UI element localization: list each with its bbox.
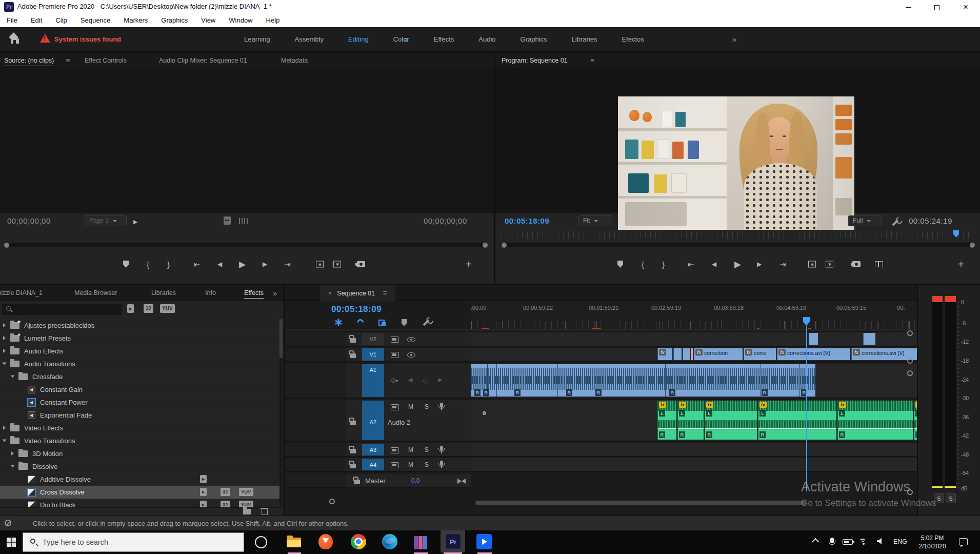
menu-item[interactable]: Graphics <box>154 14 194 27</box>
effects-tree-item[interactable]: Video Effects <box>0 422 279 434</box>
track-lane-a1[interactable]: RRRRRRRR <box>471 364 917 399</box>
mark-out-button[interactable]: } <box>662 261 665 268</box>
minimize-button[interactable] <box>894 0 923 14</box>
effects-tree-item[interactable]: Dip to Black ▸ 32 YUV <box>0 499 279 508</box>
track-lane-a2[interactable]: fx L R fx L R fx L R <box>471 400 917 442</box>
timeline-timecode[interactable]: 00:05:18:09 <box>331 304 382 314</box>
go-to-in-button[interactable]: ⇤ <box>688 261 694 268</box>
audio-clip[interactable]: fx L R <box>657 401 676 440</box>
track-resize-handle[interactable] <box>907 489 913 495</box>
close-tab-icon[interactable]: × <box>328 290 332 297</box>
audio-clip[interactable]: fx L R <box>914 401 917 440</box>
previous-keyframe-icon[interactable]: ◀ <box>408 377 412 383</box>
track-header-a2[interactable]: A2 M S Audio 2 <box>285 400 471 442</box>
panel-tab[interactable]: Metadata <box>281 53 308 68</box>
lock-icon[interactable] <box>350 353 356 358</box>
workspace-tab[interactable]: Audio <box>466 35 508 43</box>
panel-tab[interactable]: Media Browser <box>74 285 117 301</box>
extract-button[interactable] <box>826 261 833 268</box>
effects-tree-item[interactable]: Exponential Fade <box>0 409 279 422</box>
panel-tab[interactable]: Audio Clip Mixer: Sequence 01 <box>159 53 247 68</box>
source-patch-icon[interactable] <box>391 404 399 410</box>
video-clip[interactable]: fx <box>657 348 672 360</box>
linked-selection-icon[interactable] <box>376 317 388 328</box>
next-keyframe-icon[interactable]: ▶ <box>438 377 442 383</box>
chevron-icon[interactable] <box>3 440 7 442</box>
workspace-tab[interactable]: Assembly <box>283 35 336 43</box>
workspace-tab[interactable]: Libraries <box>559 35 610 43</box>
video-clip[interactable] <box>691 348 693 360</box>
zoom-handle-right[interactable] <box>970 243 975 248</box>
volume-keyframe-handle[interactable] <box>483 411 486 415</box>
effects-tree-item[interactable]: Video Transitions <box>0 434 279 447</box>
step-forward-button[interactable]: ▶ <box>263 261 267 267</box>
maximize-button[interactable] <box>923 0 951 14</box>
solo-button-right[interactable]: S <box>946 493 956 503</box>
workspace-tab[interactable]: Graphics <box>508 35 559 43</box>
workspace-tab[interactable]: Efectos <box>609 35 656 43</box>
export-frame-button[interactable] <box>357 261 365 267</box>
export-frame-button[interactable] <box>852 261 861 267</box>
home-icon[interactable] <box>9 34 21 44</box>
panel-menu-icon[interactable]: ≡ <box>383 289 387 297</box>
drag-audio-icon[interactable] <box>239 218 248 224</box>
track-resize-handle[interactable] <box>907 358 913 364</box>
effects-tree-item[interactable]: Audio Transitions <box>0 358 279 370</box>
track-resize-handle[interactable] <box>907 370 913 376</box>
chrome-icon[interactable] <box>351 534 366 549</box>
effects-tree-item[interactable]: Cross Dissolve ▸ 32 YUV <box>0 486 279 499</box>
yuv-effects-filter[interactable]: YUV <box>160 304 175 313</box>
source-patch-icon[interactable] <box>391 337 399 343</box>
chevron-icon[interactable] <box>11 451 14 456</box>
track-badge-a4[interactable]: A4 <box>362 459 384 470</box>
track-lane-v1[interactable]: fx fx correction f <box>471 348 917 362</box>
workspace-tab[interactable]: Editing <box>336 35 381 43</box>
effects-search-box[interactable] <box>2 304 122 315</box>
step-forward-button[interactable]: ▶ <box>757 261 762 267</box>
solo-button[interactable]: S <box>425 446 429 453</box>
master-gain-value[interactable]: 0.0 <box>411 477 420 484</box>
timeline-tab[interactable]: ×Sequence 01 ≡ <box>320 285 395 301</box>
bit32-effects-filter[interactable]: 32 <box>144 304 153 313</box>
effects-tree-item[interactable]: Dissolve <box>0 460 279 473</box>
timeline-zoom-handle[interactable] <box>329 499 335 504</box>
effects-tree-item[interactable]: Constant Gain <box>0 383 279 396</box>
source-scrubber[interactable] <box>0 230 494 252</box>
snap-magnet-icon[interactable] <box>354 317 366 328</box>
menu-item[interactable]: Clip <box>49 14 73 27</box>
program-tab[interactable]: Program: Sequence 01 <box>502 53 568 68</box>
page-play-icon[interactable]: ▶ <box>133 219 137 225</box>
scrollbar-thumb[interactable] <box>475 501 807 505</box>
menu-item[interactable]: View <box>194 14 222 27</box>
add-marker-icon[interactable] <box>398 317 410 328</box>
timeline-ruler[interactable]: :00:0000:00:59:2200:01:59:2100:02:59:190… <box>471 301 917 331</box>
timeline-settings-wrench-icon[interactable] <box>420 317 432 328</box>
effects-tree-item[interactable]: Crossfade <box>0 370 279 383</box>
track-badge-a3[interactable]: A3 <box>362 444 384 456</box>
track-badge-a1[interactable]: A1 <box>362 364 384 397</box>
panel-overflow-icon[interactable]: » <box>273 289 277 298</box>
audio-clip[interactable]: fx L R <box>758 401 836 440</box>
voiceover-mic-icon[interactable] <box>440 461 443 466</box>
language-indicator[interactable]: ENG <box>893 538 907 545</box>
taskbar-search-input[interactable] <box>43 535 237 549</box>
track-badge-v2[interactable]: V2 <box>362 333 384 345</box>
panel-menu-icon[interactable]: ≡ <box>590 56 594 65</box>
workspace-menu-icon[interactable]: ≡ <box>404 35 409 44</box>
video-clip[interactable]: fx correction <box>694 348 743 360</box>
track-header-a4[interactable]: A4 M S <box>285 458 471 472</box>
workspace-tab[interactable]: Color <box>381 35 422 43</box>
playback-resolution-select[interactable]: Full <box>848 215 882 226</box>
program-zoom-bar[interactable] <box>501 243 973 247</box>
menu-item[interactable]: Window <box>222 14 259 27</box>
bowtie-icon-left[interactable] <box>457 479 462 484</box>
chevron-icon[interactable] <box>3 363 7 365</box>
voiceover-mic-icon[interactable] <box>440 446 443 451</box>
mute-button[interactable]: M <box>408 446 413 453</box>
clip-indicator-right[interactable] <box>945 296 956 302</box>
solo-button[interactable]: S <box>425 461 429 468</box>
playhead-line[interactable] <box>806 326 807 491</box>
page-selector[interactable]: Page 1 <box>85 215 127 226</box>
panel-tab[interactable]: mizzie DIANA_1 <box>0 285 43 301</box>
solo-button[interactable]: S <box>425 403 429 410</box>
